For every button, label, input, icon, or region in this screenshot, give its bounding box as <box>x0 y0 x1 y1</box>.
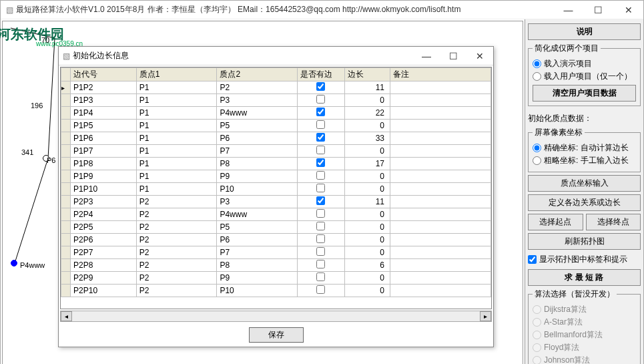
col-point2[interactable]: 质点2 <box>217 68 298 81</box>
scroll-left-arrow[interactable]: ◂ <box>61 311 72 321</box>
cell-edge-id[interactable]: P1P10 <box>71 183 137 196</box>
load-user-radio[interactable]: 载入用户项目（仅一个） <box>533 71 636 82</box>
table-row[interactable]: P1P2P1P211 <box>61 81 491 94</box>
cell-length[interactable]: 22 <box>344 107 390 120</box>
cell-point2[interactable]: P4www <box>217 107 298 120</box>
rough-coord-radio[interactable]: 粗略坐标: 手工输入边长 <box>533 155 636 166</box>
cell-note[interactable] <box>390 107 491 120</box>
cell-point2[interactable]: P3 <box>217 94 298 107</box>
cell-point1[interactable]: P2 <box>136 196 217 208</box>
table-row[interactable]: P1P7P1P70 <box>61 145 491 158</box>
cell-point1[interactable]: P1 <box>136 132 217 145</box>
save-button[interactable]: 保存 <box>249 327 304 343</box>
table-row[interactable]: P2P4P2P4www0 <box>61 208 491 221</box>
cell-point1[interactable]: P2 <box>136 221 217 234</box>
cell-point1[interactable]: P2 <box>136 246 217 259</box>
cell-has-edge[interactable] <box>298 170 344 183</box>
has-edge-checkbox[interactable] <box>316 272 325 281</box>
cell-note[interactable] <box>390 81 491 94</box>
has-edge-checkbox[interactable] <box>316 158 325 167</box>
shortest-path-button[interactable]: 求 最 短 路 <box>528 269 641 286</box>
load-demo-radio[interactable]: 载入演示项目 <box>533 58 636 69</box>
cell-point2[interactable]: P8 <box>217 259 298 272</box>
table-row[interactable]: P2P3P2P311 <box>61 196 491 208</box>
cell-has-edge[interactable] <box>298 158 344 170</box>
has-edge-checkbox[interactable] <box>316 133 325 142</box>
cell-length[interactable]: 0 <box>344 183 390 196</box>
table-row[interactable]: P2P7P2P70 <box>61 246 491 259</box>
cell-point2[interactable]: P2 <box>217 81 298 94</box>
cell-point2[interactable]: P6 <box>217 132 298 145</box>
cell-point1[interactable]: P1 <box>136 170 217 183</box>
cell-point1[interactable]: P2 <box>136 259 217 272</box>
cell-edge-id[interactable]: P1P2 <box>71 81 137 94</box>
cell-note[interactable] <box>390 145 491 158</box>
col-note[interactable]: 备注 <box>390 68 491 81</box>
cell-note[interactable] <box>390 170 491 183</box>
cell-edge-id[interactable]: P1P9 <box>71 170 137 183</box>
cell-edge-id[interactable]: P2P5 <box>71 221 137 234</box>
select-start-button[interactable]: 选择起点 <box>528 214 583 230</box>
cell-point2[interactable]: P8 <box>217 158 298 170</box>
cell-note[interactable] <box>390 246 491 259</box>
table-row[interactable]: P1P3P1P30 <box>61 94 491 107</box>
table-row[interactable]: P1P10P1P100 <box>61 183 491 196</box>
cell-length[interactable]: 11 <box>344 81 390 94</box>
dialog-maximize-button[interactable]: ☐ <box>440 47 466 65</box>
cell-note[interactable] <box>390 196 491 208</box>
cell-point2[interactable]: P5 <box>217 120 298 132</box>
table-row[interactable]: P1P4P1P4www22 <box>61 107 491 120</box>
cell-length[interactable]: 0 <box>344 120 390 132</box>
cell-length[interactable]: 0 <box>344 145 390 158</box>
cell-length[interactable]: 0 <box>344 285 390 297</box>
cell-has-edge[interactable] <box>298 259 344 272</box>
cell-length[interactable]: 17 <box>344 158 390 170</box>
col-has-edge[interactable]: 是否有边 <box>298 68 344 81</box>
cell-point2[interactable]: P7 <box>217 246 298 259</box>
cell-has-edge[interactable] <box>298 145 344 158</box>
cell-edge-id[interactable]: P2P8 <box>71 259 137 272</box>
cell-point1[interactable]: P1 <box>136 94 217 107</box>
cell-note[interactable] <box>390 94 491 107</box>
cell-point1[interactable]: P1 <box>136 158 217 170</box>
has-edge-checkbox[interactable] <box>316 196 325 205</box>
cell-length[interactable]: 0 <box>344 246 390 259</box>
precise-coord-radio[interactable]: 精确坐标: 自动计算边长 <box>533 142 636 154</box>
cell-length[interactable]: 0 <box>344 221 390 234</box>
col-point1[interactable]: 质点1 <box>136 68 217 81</box>
cell-edge-id[interactable]: P1P8 <box>71 158 137 170</box>
cell-edge-id[interactable]: P1P7 <box>71 145 137 158</box>
cell-point1[interactable]: P1 <box>136 183 217 196</box>
table-row[interactable]: P1P9P1P90 <box>61 170 491 183</box>
cell-note[interactable] <box>390 285 491 297</box>
cell-has-edge[interactable] <box>298 221 344 234</box>
cell-has-edge[interactable] <box>298 132 344 145</box>
has-edge-checkbox[interactable] <box>316 209 325 218</box>
cell-note[interactable] <box>390 221 491 234</box>
cell-note[interactable] <box>390 234 491 246</box>
cell-point1[interactable]: P1 <box>136 107 217 120</box>
cell-edge-id[interactable]: P2P4 <box>71 208 137 221</box>
has-edge-checkbox[interactable] <box>316 222 325 230</box>
cell-edge-id[interactable]: P1P4 <box>71 107 137 120</box>
has-edge-checkbox[interactable] <box>316 234 325 243</box>
cell-length[interactable]: 0 <box>344 208 390 221</box>
cell-point1[interactable]: P1 <box>136 120 217 132</box>
cell-note[interactable] <box>390 132 491 145</box>
explain-button[interactable]: 说明 <box>528 23 641 40</box>
table-row[interactable]: P1P6P1P633 <box>61 132 491 145</box>
has-edge-checkbox[interactable] <box>316 95 325 104</box>
table-row[interactable]: P2P9P2P90 <box>61 272 491 285</box>
has-edge-checkbox[interactable] <box>316 247 325 256</box>
cell-edge-id[interactable]: P1P5 <box>71 120 137 132</box>
cell-has-edge[interactable] <box>298 183 344 196</box>
cell-point2[interactable]: P10 <box>217 285 298 297</box>
cell-has-edge[interactable] <box>298 196 344 208</box>
cell-length[interactable]: 0 <box>344 170 390 183</box>
close-button[interactable]: ✕ <box>613 1 643 19</box>
cell-note[interactable] <box>390 183 491 196</box>
cell-point1[interactable]: P2 <box>136 208 217 221</box>
cell-point2[interactable]: P4www <box>217 208 298 221</box>
table-row[interactable]: P2P8P2P86 <box>61 259 491 272</box>
col-length[interactable]: 边长 <box>344 68 390 81</box>
